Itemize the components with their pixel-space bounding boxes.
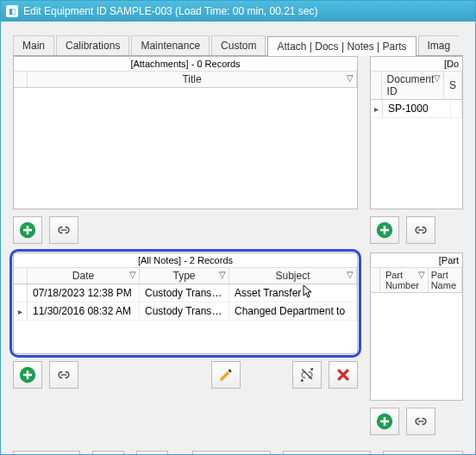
attachments-panel: [Attachments] - 0 Records Title▽	[13, 56, 358, 209]
asset-tag-button[interactable]: Asset Tag	[383, 451, 463, 455]
cursor-icon	[302, 284, 314, 300]
tab-main[interactable]: Main	[13, 35, 54, 55]
row-header-spacer	[14, 72, 28, 87]
link-document-button[interactable]	[406, 216, 435, 244]
cal-label-button[interactable]: Cal Label	[192, 451, 271, 455]
link-icon	[412, 221, 429, 239]
notes-grid-body: 07/18/2023 12:38 PM Custody Transfer Ass…	[14, 284, 357, 321]
col-part-number[interactable]: Part Number▽	[380, 268, 429, 292]
link-attachment-button[interactable]	[49, 216, 78, 244]
documents-caption: [Do	[371, 57, 462, 72]
cancel-button[interactable]: Cancel	[13, 451, 80, 455]
add-attachment-button[interactable]	[13, 216, 42, 244]
cell-type: Custody Transfer	[140, 284, 229, 302]
footer-buttons: Cancel Cal Label Maint Label Asset Tag	[13, 451, 463, 455]
plus-icon	[376, 221, 393, 239]
attachments-toolbar	[13, 216, 358, 244]
parts-panel: [Part Part Number▽ Part Name	[370, 252, 463, 401]
notes-panel: [All Notes] - 2 Records Date▽ Type▽ Subj…	[13, 252, 358, 354]
link-icon	[412, 413, 429, 430]
parts-toolbar	[370, 408, 463, 435]
window-title: Edit Equipment ID SAMPLE-003 (Load Time:…	[23, 5, 318, 17]
table-row[interactable]: ▸ 11/30/2016 08:32 AM Custody Transfer C…	[14, 302, 357, 321]
row-indicator: ▸	[14, 302, 28, 320]
col-s[interactable]: S	[444, 72, 462, 99]
table-row[interactable]: 07/18/2023 12:38 PM Custody Transfer Ass…	[14, 284, 357, 302]
plus-icon	[376, 413, 393, 430]
tab-attach-docs-notes-parts[interactable]: Attach | Docs | Notes | Parts	[267, 36, 416, 56]
plus-icon	[19, 366, 36, 383]
tab-calibrations[interactable]: Calibrations	[56, 35, 129, 55]
app-icon: ◧	[6, 5, 18, 17]
filter-icon[interactable]: ▽	[347, 73, 354, 83]
documents-grid-header: Document ID▽ S	[371, 72, 462, 100]
first-record-button[interactable]	[92, 451, 124, 455]
titlebar: ◧ Edit Equipment ID SAMPLE-003 (Load Tim…	[1, 1, 475, 22]
cell-doc-id: SP-1000	[383, 100, 451, 117]
cell-subject: Asset Transfer	[229, 284, 357, 302]
parts-grid-header: Part Number▽ Part Name	[371, 268, 462, 293]
notes-caption: [All Notes] - 2 Records	[14, 253, 357, 268]
add-part-button[interactable]	[370, 408, 399, 435]
delete-note-button[interactable]	[329, 361, 358, 389]
table-row[interactable]: ▸ SP-1000	[371, 100, 462, 118]
filter-icon[interactable]: ▽	[219, 270, 226, 279]
documents-grid-body: ▸ SP-1000	[371, 100, 462, 118]
cell-date: 07/18/2023 12:38 PM	[28, 284, 140, 302]
documents-toolbar	[370, 216, 463, 244]
filter-icon[interactable]: ▽	[347, 270, 354, 279]
notes-toolbar	[13, 361, 358, 389]
col-title[interactable]: Title▽	[28, 72, 357, 87]
edit-note-button[interactable]	[211, 361, 241, 389]
row-header-spacer	[371, 72, 382, 99]
cell-date: 11/30/2016 08:32 AM	[28, 302, 140, 320]
row-header-spacer	[14, 268, 28, 284]
filter-icon[interactable]: ▽	[418, 270, 425, 279]
tab-strip: Main Calibrations Maintenance Custom Att…	[13, 35, 463, 56]
cell-s	[451, 100, 462, 117]
tab-images[interactable]: Imag	[418, 35, 460, 55]
unlink-note-button[interactable]	[292, 361, 322, 389]
documents-panel: [Do Document ID▽ S ▸ SP-1000	[370, 56, 463, 209]
tab-custom[interactable]: Custom	[211, 35, 266, 55]
link-icon	[55, 221, 72, 239]
parts-caption: [Part	[371, 253, 462, 268]
link-icon	[55, 366, 72, 383]
attachments-grid-header: Title▽	[14, 72, 357, 88]
row-header-spacer	[371, 268, 380, 292]
attachments-caption: [Attachments] - 0 Records	[14, 57, 357, 72]
cell-subject: Changed Department to	[229, 302, 357, 320]
unlink-icon	[298, 366, 316, 383]
maint-label-button[interactable]: Maint Label	[283, 451, 372, 455]
x-icon	[335, 366, 352, 383]
row-indicator	[14, 284, 28, 302]
col-date[interactable]: Date▽	[28, 268, 140, 284]
col-document-id[interactable]: Document ID▽	[382, 72, 444, 99]
prev-record-button[interactable]	[136, 451, 168, 455]
add-document-button[interactable]	[370, 216, 399, 244]
col-type[interactable]: Type▽	[140, 268, 229, 284]
col-subject[interactable]: Subject▽	[229, 268, 357, 284]
link-note-button[interactable]	[49, 361, 78, 389]
col-part-name[interactable]: Part Name	[429, 268, 462, 292]
filter-icon[interactable]: ▽	[129, 270, 136, 279]
notes-grid-header: Date▽ Type▽ Subject▽	[14, 268, 357, 284]
filter-icon[interactable]: ▽	[434, 73, 441, 83]
add-note-button[interactable]	[13, 361, 42, 389]
tab-maintenance[interactable]: Maintenance	[131, 35, 210, 55]
cell-type: Custody Transfer	[140, 302, 229, 320]
plus-icon	[19, 221, 36, 239]
row-indicator: ▸	[371, 100, 383, 117]
link-part-button[interactable]	[406, 408, 435, 435]
pencil-icon	[217, 366, 235, 383]
